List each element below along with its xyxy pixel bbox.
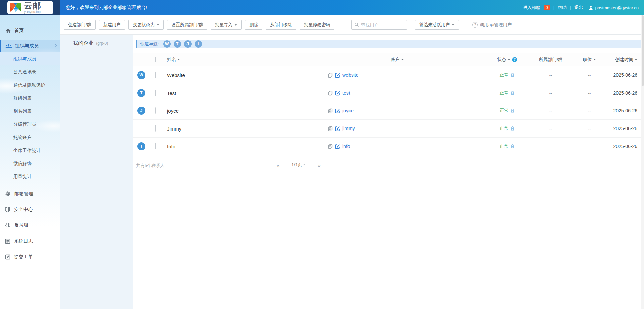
quick-nav-letter[interactable]: J bbox=[184, 40, 192, 48]
sidebar-sub-item[interactable]: 坐席工作统计 bbox=[0, 144, 60, 157]
prev-page-button[interactable]: « bbox=[277, 162, 279, 168]
sidebar-item-security[interactable]: 安全中心 bbox=[0, 202, 60, 217]
sidebar-item-mail-admin[interactable]: 邮箱管理 bbox=[0, 186, 60, 202]
sort-asc-icon bbox=[635, 59, 637, 60]
row-checkbox[interactable] bbox=[155, 72, 156, 78]
account-link[interactable]: jimmy bbox=[342, 126, 355, 131]
edit-icon[interactable] bbox=[335, 91, 340, 96]
sidebar-sub-item[interactable]: 分级管理员 bbox=[0, 118, 60, 131]
column-header-created[interactable]: 创建时间 bbox=[606, 57, 637, 63]
sidebar-sub-item-label: 分级管理员 bbox=[13, 122, 36, 127]
sidebar-sub-item[interactable]: 别名列表 bbox=[0, 105, 60, 118]
table-row[interactable]: Jimmy bbox=[133, 120, 644, 138]
copy-icon[interactable] bbox=[328, 91, 333, 96]
vertical-scrollbar[interactable] bbox=[641, 15, 644, 309]
toolbar-button[interactable]: 批量修改密码 bbox=[300, 20, 334, 30]
row-checkbox[interactable] bbox=[155, 143, 156, 149]
sidebar-item-org-members[interactable]: 组织与成员 bbox=[0, 40, 60, 52]
column-header-position[interactable]: 职位 bbox=[573, 57, 606, 63]
sidebar-sub-item[interactable]: 通信录隐私保护 bbox=[0, 79, 60, 92]
search-input[interactable] bbox=[361, 22, 404, 28]
logout-link[interactable]: 退出 bbox=[574, 5, 583, 11]
account-link[interactable]: test bbox=[342, 90, 350, 96]
sidebar-item-home[interactable]: 首页 bbox=[0, 23, 60, 38]
select-all-checkbox[interactable] bbox=[155, 57, 156, 62]
toolbar-button[interactable]: 删除 bbox=[245, 20, 262, 30]
table-row[interactable]: J joyce bbox=[133, 102, 644, 120]
toolbar-button[interactable]: 新建用户 bbox=[99, 20, 125, 30]
tree-node-company[interactable]: 我的企业 (grp-0) bbox=[73, 40, 133, 46]
next-page-button[interactable]: » bbox=[318, 162, 320, 168]
status-help-icon[interactable]: ? bbox=[512, 57, 517, 62]
column-header-label: 状态 bbox=[497, 57, 506, 63]
table-row[interactable]: T Test bbox=[133, 84, 644, 102]
quick-nav-letter[interactable]: I bbox=[195, 40, 202, 48]
filter-inactive-button[interactable]: 筛选未活跃用户 bbox=[415, 20, 459, 30]
toolbar-button[interactable]: 从部门移除 bbox=[266, 20, 296, 30]
column-header-name[interactable]: 姓名 bbox=[160, 57, 309, 63]
table-row[interactable]: I Info bbox=[133, 138, 644, 155]
sidebar-sub-item[interactable]: 用量统计 bbox=[0, 170, 60, 183]
sidebar-sub-item[interactable]: 托管账户 bbox=[0, 131, 60, 144]
edit-icon[interactable] bbox=[335, 108, 340, 113]
caret-down-icon bbox=[234, 24, 237, 26]
enter-mailbox-link[interactable]: 进入邮箱 bbox=[523, 5, 540, 11]
toolbar-button-label: 从部门移除 bbox=[270, 22, 292, 28]
sidebar-item-antispam[interactable]: 反垃圾 bbox=[0, 217, 60, 233]
table-row[interactable]: W Website bbox=[133, 66, 644, 84]
sidebar-sub-item[interactable]: 组织与成员 bbox=[0, 52, 60, 65]
toolbar-button[interactable]: 批量导入 bbox=[211, 20, 241, 30]
lock-icon[interactable] bbox=[510, 73, 515, 78]
lock-icon[interactable] bbox=[510, 91, 515, 95]
status-badge: 正常 bbox=[500, 90, 509, 96]
row-checkbox[interactable] bbox=[155, 107, 156, 114]
edit-icon[interactable] bbox=[335, 144, 340, 149]
toolbar-button[interactable]: 设置所属部门/群 bbox=[167, 20, 208, 30]
table-body: W Website bbox=[133, 66, 644, 155]
sidebar-sub-item[interactable]: 微信解绑 bbox=[0, 157, 60, 170]
sidebar-item-syslog[interactable]: 系统日志 bbox=[0, 233, 60, 249]
separator: | bbox=[553, 5, 554, 10]
separator: | bbox=[570, 5, 571, 10]
account-link[interactable]: website bbox=[342, 72, 358, 78]
sidebar-sub-item-label: 别名列表 bbox=[13, 109, 32, 114]
column-header-department[interactable]: 所属部门/群 bbox=[529, 57, 573, 63]
edit-icon[interactable] bbox=[335, 73, 340, 78]
created-cell: 2025-06-26 bbox=[606, 72, 637, 78]
sidebar-sub-item[interactable]: 群组列表 bbox=[0, 92, 60, 105]
copy-icon[interactable] bbox=[328, 73, 333, 78]
copy-icon[interactable] bbox=[328, 144, 333, 149]
row-checkbox[interactable] bbox=[155, 125, 156, 132]
api-manage-wrap[interactable]: ? 调用api管理用户 bbox=[472, 22, 512, 28]
content-row: 我的企业 (grp-0) ‹ 快速导航: W bbox=[60, 35, 644, 309]
toolbar-button[interactable]: 创建部门/群 bbox=[64, 20, 96, 30]
lock-icon[interactable] bbox=[510, 108, 515, 113]
quick-nav-letter[interactable]: W bbox=[163, 40, 171, 48]
sidebar-item-ticket[interactable]: 提交工单 bbox=[0, 249, 60, 265]
column-header-status[interactable]: 状态 ? bbox=[485, 57, 529, 63]
edit-icon[interactable] bbox=[335, 126, 340, 131]
quick-nav-letter[interactable]: T bbox=[174, 40, 181, 48]
sort-asc-icon bbox=[401, 59, 404, 60]
page-indicator[interactable]: 1/1页 bbox=[291, 162, 306, 168]
copy-icon[interactable] bbox=[328, 108, 333, 113]
department-cell: -- bbox=[529, 126, 573, 131]
sidebar-item-label: 反垃圾 bbox=[14, 222, 29, 228]
brand-logo[interactable]: 云邮 yunyou.top bbox=[7, 1, 53, 14]
account-link[interactable]: info bbox=[342, 144, 350, 149]
scrollbar-thumb[interactable] bbox=[642, 15, 644, 86]
copy-icon[interactable] bbox=[328, 126, 333, 131]
api-manage-link[interactable]: 调用api管理用户 bbox=[480, 22, 512, 28]
lock-icon[interactable] bbox=[510, 144, 515, 149]
column-header-account[interactable]: 账户 bbox=[309, 57, 485, 63]
toolbar-button[interactable]: 变更状态为 bbox=[128, 20, 164, 30]
account-cell: info bbox=[309, 144, 485, 149]
account-link[interactable]: joyce bbox=[342, 108, 354, 113]
sidebar-sub-item[interactable]: 公共通讯录 bbox=[0, 65, 60, 79]
lock-icon[interactable] bbox=[510, 126, 515, 131]
help-link[interactable]: 帮助 bbox=[558, 5, 567, 11]
status-cell: 正常 bbox=[485, 72, 529, 78]
header: 云邮 yunyou.top 您好，欢迎来到云邮企业邮箱管理后台! 进入邮箱 0 … bbox=[0, 0, 644, 15]
sidebar-sub-item-label: 用量统计 bbox=[13, 174, 32, 179]
row-checkbox[interactable] bbox=[155, 90, 156, 96]
